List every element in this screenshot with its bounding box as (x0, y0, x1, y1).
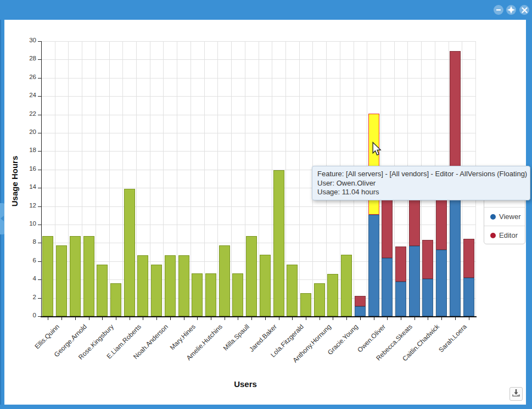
bar-segment-feature[interactable] (300, 293, 311, 316)
bar-segment-editor[interactable] (382, 197, 393, 258)
y-axis-tick-label: 24 (16, 92, 36, 98)
bar-segment-feature[interactable] (287, 265, 298, 316)
tooltip-usage-line: Usage: 11.04 hours (317, 188, 525, 197)
y-axis-tick-label: 20 (16, 128, 36, 135)
bar-segment-feature[interactable] (151, 265, 162, 316)
bar-segment-feature[interactable] (70, 236, 81, 316)
bar-segment-feature[interactable] (314, 283, 325, 316)
x-axis-tick (279, 317, 279, 320)
v-gridline (245, 41, 245, 316)
chart-tooltip: Feature: [All servers] - [All vendors] -… (312, 166, 530, 200)
legend-item-editor[interactable]: Editor (484, 226, 525, 244)
x-axis-tick (75, 317, 76, 320)
bar-segment-feature[interactable] (83, 236, 94, 316)
bar-segment-viewer[interactable] (395, 282, 406, 316)
v-gridline (82, 41, 82, 316)
bar-segment-feature[interactable] (137, 255, 148, 316)
v-gridline (272, 41, 272, 316)
v-gridline (191, 41, 191, 316)
bar-segment-viewer[interactable] (409, 246, 420, 316)
y-axis-tick (38, 78, 41, 79)
bar-segment-viewer[interactable] (463, 278, 474, 316)
bar-segment-feature[interactable] (165, 255, 176, 316)
bar-segment-feature[interactable] (205, 273, 216, 316)
bar-segment-viewer[interactable] (355, 306, 366, 316)
maximize-icon (507, 6, 515, 14)
y-axis-title: Usage Hours (10, 148, 21, 214)
x-axis-tick (401, 317, 401, 320)
y-axis-tick (38, 298, 41, 299)
x-axis-tick (89, 317, 89, 320)
v-gridline (55, 41, 55, 316)
x-axis-tick (320, 317, 320, 320)
bar-segment-feature[interactable] (273, 170, 284, 316)
x-axis-tick (238, 317, 238, 320)
tooltip-user-line: User: Owen.Oliver (317, 179, 525, 188)
legend-item-label: Viewer (499, 212, 521, 221)
bar-segment-feature[interactable] (341, 255, 352, 316)
y-axis-tick-label: 4 (16, 275, 36, 282)
v-gridline (285, 41, 286, 316)
bar-segment-feature[interactable] (110, 283, 121, 316)
y-axis-tick (38, 96, 41, 97)
x-axis-tick (225, 317, 225, 320)
x-axis-tick (61, 317, 62, 320)
legend-item-viewer[interactable]: Viewer (484, 207, 525, 226)
x-axis-tick (116, 317, 116, 320)
bar-segment-feature[interactable] (124, 189, 135, 316)
x-axis-tick (102, 317, 103, 320)
x-axis-tick (374, 317, 374, 320)
bar-segment-feature[interactable] (232, 273, 243, 316)
bar-segment-viewer[interactable] (436, 250, 447, 316)
x-axis-tick (143, 317, 143, 320)
bar-segment-feature[interactable] (246, 236, 257, 316)
bar-segment-editor[interactable] (422, 240, 433, 279)
viewer-series-dot-icon (490, 214, 496, 220)
bar-segment-feature[interactable] (178, 255, 189, 316)
bar-segment-editor[interactable] (355, 296, 366, 306)
chart-panel: 024681012141618202224262830Ellis.QuinnGe… (4, 20, 526, 405)
bar-segment-editor[interactable] (409, 197, 420, 246)
y-axis-tick (38, 170, 41, 170)
chevron-left-icon (1, 216, 4, 221)
x-axis-tick (292, 317, 293, 320)
x-axis-tick (156, 317, 157, 320)
x-axis-tick (387, 317, 388, 320)
legend-item-label: Editor (499, 231, 518, 239)
bar-segment-viewer[interactable] (368, 215, 379, 316)
v-gridline (259, 41, 259, 316)
bar-segment-feature[interactable] (42, 236, 53, 316)
download-chart-button[interactable] (509, 387, 523, 401)
bar-segment-viewer[interactable] (382, 258, 393, 316)
maximize-button[interactable] (506, 5, 516, 15)
mouse-cursor-icon (372, 142, 382, 158)
bar-segment-editor[interactable] (463, 239, 474, 278)
v-gridline (68, 41, 69, 316)
bar-segment-feature[interactable] (97, 265, 108, 316)
y-axis-tick (38, 279, 41, 280)
x-axis-tick (170, 317, 171, 320)
bar-segment-feature[interactable] (327, 274, 338, 316)
bar-segment-viewer[interactable] (450, 188, 461, 316)
bar-segment-feature[interactable] (192, 273, 203, 316)
v-gridline (231, 41, 232, 316)
y-axis-tick (38, 206, 41, 207)
v-gridline (122, 41, 123, 316)
y-axis-tick (38, 225, 41, 225)
v-gridline (299, 41, 300, 316)
bar-segment-feature[interactable] (219, 245, 230, 316)
bar-segment-viewer[interactable] (422, 279, 433, 316)
y-axis-tick (38, 59, 41, 60)
minimize-button[interactable] (494, 5, 503, 15)
bar-segment-editor[interactable] (395, 246, 406, 282)
close-button[interactable] (519, 5, 529, 15)
minimize-icon (495, 7, 502, 13)
bar-segment-feature[interactable] (260, 255, 271, 316)
bar-segment-editor[interactable] (436, 197, 447, 250)
v-gridline (163, 41, 164, 316)
y-axis-tick-label: 2 (16, 294, 36, 300)
y-axis-tick (38, 261, 41, 262)
y-axis-tick (38, 115, 41, 115)
app-window: { "window": { "controls": { "minimize": … (0, 0, 532, 409)
bar-segment-feature[interactable] (56, 245, 67, 316)
